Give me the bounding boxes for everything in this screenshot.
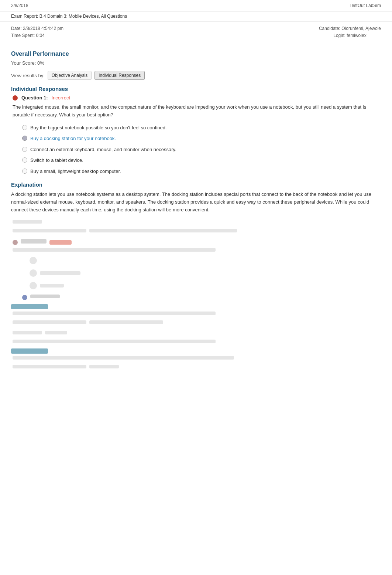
answer-option-3: Connect an external keyboard, mouse, and… [11,146,381,153]
blurred-radio-a [30,257,37,264]
app-name: TestOut LabSim [350,3,381,8]
meta-time: Time Spent: 0:04 [11,32,63,39]
radio-5 [22,169,27,174]
answer-option-2: Buy a docking station for your notebook. [11,135,381,142]
answer-option-4: Switch to a tablet device. [11,157,381,164]
date-label: 2/8/2018 [11,3,28,8]
blurred-exp-3 [89,320,163,324]
blurred-block-2b [89,229,237,232]
answer-text-1: Buy the biggest notebook possible so you… [30,124,167,132]
main-content: Overall Performance Your Score: 0% View … [0,47,392,377]
blurred-q3-line [13,340,216,343]
question-1-header: Question 1: Incorrect [11,95,381,101]
blurred-q3-exp-2 [13,365,86,368]
score-line: Your Score: 0% [11,60,381,66]
exam-title-bar: Exam Report: B.4 Domain 3: Mobile Device… [0,11,392,21]
explanation-text: A docking station lets you use notebook … [11,191,381,214]
blurred-ans-1 [11,257,381,266]
answer-option-5: Buy a small, lightweight desktop compute… [11,168,381,175]
answer-text-3: Connect an external keyboard, mouse, and… [30,146,176,153]
meta-left: Date: 2/8/2018 4:54:42 pm Time Spent: 0:… [11,25,63,39]
radio-1 [22,125,27,130]
blurred-q3-exp-title [11,348,48,354]
meta-candidate: Candidate: Olorunfemi, Ajewole [319,25,381,32]
question-1-status: Incorrect [52,95,71,101]
tab-objective-analysis[interactable]: Objective Analysis [48,71,92,80]
blurred-block-1a [13,220,42,224]
meta-right: Candidate: Olorunfemi, Ajewole Login: fe… [319,25,381,39]
blurred-q3-text [11,340,381,346]
blurred-q-line [13,248,216,252]
overall-performance-title: Overall Performance [11,51,381,57]
radio-3 [22,147,27,152]
blurred-q3-title [13,331,42,334]
view-results-label: View results by: [11,73,45,78]
answer-text-4: Switch to a tablet device. [30,157,83,164]
tab-individual-responses[interactable]: Individual Responses [94,71,145,80]
blurred-correct-row [11,295,381,300]
blurred-row-2 [11,229,381,235]
blurred-q3-status [45,331,67,334]
individual-responses-title: Individual Responses [11,86,381,92]
blurred-q-label [21,239,47,244]
meta-login: Login: femiwolex [319,32,381,39]
blurred-ans-text-b [40,271,80,275]
blurred-ans-2 [11,269,381,279]
blurred-q3-exp-3 [89,365,119,368]
blurred-radio-c [30,282,37,289]
blurred-exp-line2 [11,320,381,326]
meta-date: Date: 2/8/2018 4:54:42 pm [11,25,63,32]
blurred-ans-text-c [40,284,64,288]
blurred-q3-exp-text [11,356,381,362]
blurred-radio-b [30,269,37,277]
blurred-ans-3 [11,282,381,292]
radio-2 [22,136,27,141]
question-1-text: The integrated mouse, the small monitor,… [11,103,381,119]
blurred-blue-dot [22,295,27,300]
blurred-q3-exp-text2 [11,365,381,371]
blurred-correct-label [30,295,60,298]
question-1-indicator [13,95,18,101]
blurred-q3-header [11,331,381,337]
explanation-title: Explanation [11,181,381,188]
blurred-exp-1 [13,312,216,315]
blurred-status-badge [49,240,72,245]
divider [0,43,392,43]
answer-text-2: Buy a docking station for your notebook. [30,135,116,142]
blurred-exp-2 [13,320,86,324]
answer-option-1: Buy the biggest notebook possible so you… [11,124,381,132]
view-results-row: View results by: Objective Analysis Indi… [11,71,381,80]
blurred-explanation-block [11,304,381,326]
blurred-dot-1 [13,240,18,245]
blurred-question-3-block [11,331,381,371]
exam-title: Exam Report: B.4 Domain 3: Mobile Device… [11,14,127,19]
blurred-block-2a [13,229,86,232]
question-1-block: Question 1: Incorrect The integrated mou… [11,95,381,175]
blurred-q-text [11,248,381,254]
blurred-section [11,220,381,371]
blurred-explanation-title [11,304,48,309]
blurred-q3-exp-1 [13,356,234,360]
blurred-q3-explanation [11,348,381,371]
meta-section: Date: 2/8/2018 4:54:42 pm Time Spent: 0:… [0,21,392,41]
answer-text-5: Buy a small, lightweight desktop compute… [30,168,121,175]
blurred-question-header-2 [11,239,381,246]
radio-4 [22,157,27,163]
question-1-label: Question 1: [21,95,48,101]
top-bar: 2/8/2018 TestOut LabSim [0,0,392,11]
blurred-exp-line1 [11,312,381,317]
blurred-row-1 [11,220,381,226]
